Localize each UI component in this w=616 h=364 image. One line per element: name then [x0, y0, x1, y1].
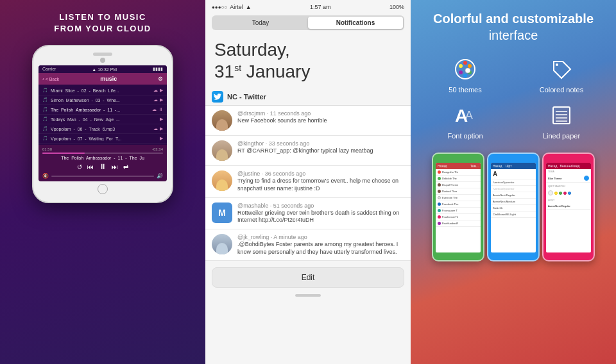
volume-track[interactable] [51, 176, 154, 177]
notif-text-1: New Facebook sounds are horrible [237, 117, 404, 125]
next-icon[interactable]: ⏭ [112, 163, 118, 170]
edit-button[interactable]: Edit [212, 267, 404, 288]
notification-item: @kingthor · 33 seconds ago RT @CARROT_ap… [205, 136, 411, 166]
play-icon[interactable]: ▶ [160, 136, 163, 141]
nav-title: music [100, 76, 117, 82]
play-icon[interactable]: ▶ [160, 88, 163, 93]
segment-notifications[interactable]: Notifications [308, 17, 403, 29]
colored-notes-label: Colored notes [540, 86, 584, 94]
segment-today[interactable]: Today [213, 17, 308, 29]
cloud-icon[interactable]: ☁ [152, 107, 157, 112]
playback-controls: ↺ ⏮ ⏸ ⏭ ⇄ [42, 162, 163, 171]
theme-item: Dribbble The [436, 176, 481, 182]
status-bar: Carrier ▲ 10:32 PM ▮▮▮▮ [38, 65, 167, 73]
cloud-icon[interactable]: ☁ [153, 126, 158, 131]
font-item: AvenirNext-Medium [491, 199, 536, 205]
font-label: Font option [447, 132, 483, 140]
phone-screen: Carrier ▲ 10:32 PM ▮▮▮▮ ‹ < Back music ⚙ [38, 65, 167, 181]
track-item-active[interactable]: 🎵 The_Polish_Ambassador_-_11_-... ☁⏸ [38, 105, 167, 115]
theme-item: Dunked Ther [436, 188, 481, 195]
blue-phone: Назад Шрт A AmericanTypewriter AmericanT… [487, 153, 540, 261]
green-header: НазадТем... [436, 163, 481, 169]
lines-icon [547, 101, 576, 129]
volume-max-icon: 🔊 [157, 173, 163, 179]
feature-lined-paper: Lined paper [520, 101, 603, 140]
track-item[interactable]: 🎵 Simon_Mathewson_-_03_-_Whe... ☁▶ [38, 95, 167, 105]
play-pause-button[interactable]: ⏸ [99, 162, 107, 171]
volume-bar: 🔇 🔊 [42, 173, 163, 179]
notif-text-5: .@BohdiBytes Foster parents are among my… [237, 241, 404, 256]
svg-point-2 [468, 64, 472, 68]
theme-setting: Blue Theme [546, 174, 591, 183]
progress-fill [42, 153, 85, 154]
app-section-title: NC - Twitter [227, 93, 266, 101]
back-button[interactable]: ‹ < Back [42, 76, 59, 82]
notif-content-2: @kingthor · 33 seconds ago RT @CARROT_ap… [237, 140, 404, 155]
notif-text-3: Trying to find a dress for tomorrow's ev… [237, 178, 404, 192]
track-item[interactable]: 🎵 Todays_Man_-_04_-_New_Age_... ▶ [38, 115, 167, 124]
theme-item: Drupal Theme [436, 182, 481, 188]
headphone-icon: 🎵 [42, 136, 48, 141]
notif-content-3: @justine · 36 seconds ago Trying to find… [237, 170, 404, 192]
prev-icon[interactable]: ⏮ [87, 163, 94, 170]
pause-icon[interactable]: ⏸ [158, 107, 163, 112]
notif-content-5: @jk_rowling · A minute ago .@BohdiBytes … [237, 234, 404, 256]
twitter-app-icon [212, 91, 223, 103]
theme-item: Designtho Thi [436, 169, 481, 176]
feature-themes: 50 themes [424, 55, 507, 94]
svg-point-5 [459, 70, 463, 74]
feature-font: A A Font option [424, 101, 507, 140]
time-display: 1:57 am [310, 4, 331, 10]
track-item[interactable]: 🎵 Miami_Slice_-_02_-_Beach_Life... ☁▶ [38, 86, 167, 95]
gear-icon[interactable]: ⚙ [158, 76, 163, 82]
avatar-5 [212, 234, 232, 254]
track-item[interactable]: 🎵 Vpopolam_-_06_-_Track_6.mp3 ☁▶ [38, 124, 167, 134]
wifi-status-icon: ▲ [246, 4, 252, 10]
lined-paper-label: Lined paper [543, 132, 580, 140]
right-title: Colorful and customizableinterface [433, 10, 594, 44]
svg-point-4 [463, 74, 467, 78]
progress-bar[interactable] [42, 153, 163, 154]
theme-item: Foursquare T [436, 208, 481, 214]
track-item[interactable]: 🎵 Vpopolam_-_07_-_Waiting_For_T... ▶ [38, 134, 167, 144]
green-screen: НазадТем... Designtho Thi Dribbble The D… [436, 163, 481, 252]
time-total: -03:34 [152, 147, 163, 151]
blue-screen: Назад Шрт A AmericanTypewriter AmericanT… [491, 163, 536, 252]
feature-grid: 50 themes Colored notes A A Font option [424, 55, 603, 140]
battery-status: 100% [389, 4, 404, 10]
avatar-2 [212, 140, 232, 161]
left-phone: Carrier ▲ 10:32 PM ▮▮▮▮ ‹ < Back music ⚙ [32, 45, 173, 203]
cloud-icon[interactable]: ☁ [153, 97, 158, 103]
svg-text:A: A [465, 109, 473, 122]
swipe-indicator [205, 294, 411, 297]
notif-content-1: @drscjmm · 11 seconds ago New Facebook s… [237, 110, 404, 125]
pink-phone: Назад Внешний вид ТЕМА Blue Theme ЦВЕТ З… [542, 153, 595, 261]
notif-content-4: @mashable · 51 seconds ago Rottweiler gr… [237, 203, 404, 224]
date-display: Saturday, 31st January [205, 34, 411, 88]
notification-item: @drscjmm · 11 seconds ago New Facebook s… [205, 106, 411, 136]
notification-item: @jk_rowling · A minute ago .@BohdiBytes … [205, 229, 411, 261]
shuffle-icon[interactable]: ↺ [77, 163, 82, 170]
font-setting: AvenirNext-Regular [546, 203, 591, 210]
play-icon[interactable]: ▶ [160, 126, 163, 131]
time-current: 01:50 [42, 147, 52, 151]
avatar-1 [212, 110, 232, 131]
play-icon[interactable]: ▶ [160, 117, 163, 122]
repeat-icon[interactable]: ⇄ [123, 163, 128, 170]
nav-bar: ‹ < Back music ⚙ [38, 73, 167, 85]
svg-point-6 [459, 64, 463, 68]
svg-point-8 [556, 63, 558, 66]
notif-user-4: @mashable · 51 seconds ago [237, 203, 404, 209]
notif-user-5: @jk_rowling · A minute ago [237, 234, 404, 240]
font-item: AmericanTypewriter [491, 179, 536, 186]
notif-text-4: Rottweiler grieving over twin brother's … [237, 210, 404, 224]
cloud-icon[interactable]: ☁ [153, 88, 158, 93]
palette-icon [451, 55, 479, 83]
play-icon[interactable]: ▶ [160, 97, 163, 103]
home-button[interactable] [98, 184, 108, 194]
notif-user-3: @justine · 36 seconds ago [237, 170, 404, 177]
notification-item: M @mashable · 51 seconds ago Rottweiler … [205, 198, 411, 229]
player-bar: 01:50 -03:34 The_Polish_Ambassador_-_11_… [38, 145, 167, 181]
theme-item: Fourformat Th [436, 214, 481, 220]
now-playing-title: The_Polish_Ambassador_-_11_-_The_Ju [42, 156, 163, 160]
